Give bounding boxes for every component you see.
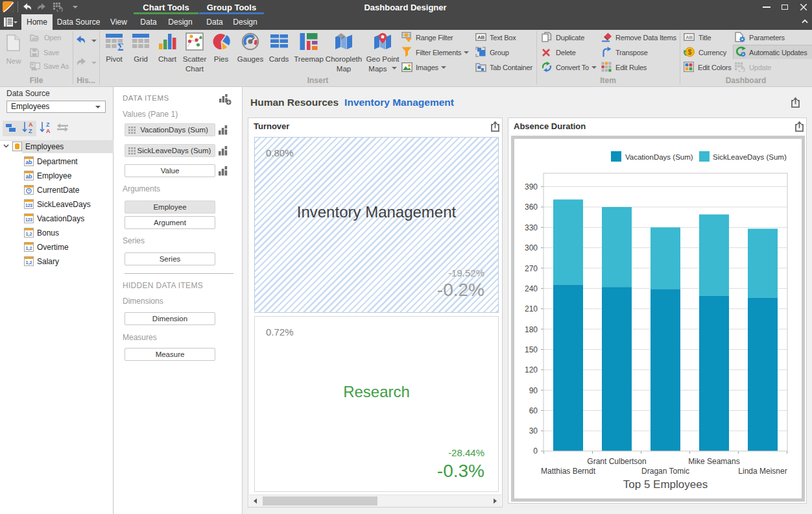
- svg-text:Dragan Tomic: Dragan Tomic: [641, 467, 689, 476]
- svg-text:270: 270: [525, 264, 538, 273]
- svg-text:210: 210: [525, 304, 538, 313]
- svg-text:330: 330: [525, 223, 538, 232]
- svg-text:$: $: [688, 49, 692, 56]
- svg-text:Top 5 Employees: Top 5 Employees: [623, 478, 708, 491]
- svg-text:123: 123: [25, 217, 32, 222]
- svg-text:Matthias Berndt: Matthias Berndt: [541, 467, 596, 476]
- svg-text:1,2: 1,2: [26, 231, 32, 237]
- svg-text:AB: AB: [477, 34, 485, 40]
- svg-text:Linda Meisner: Linda Meisner: [738, 467, 787, 476]
- svg-text:150: 150: [525, 345, 538, 354]
- svg-text:30: 30: [529, 426, 538, 435]
- svg-text:0: 0: [533, 447, 538, 456]
- svg-text:360: 360: [525, 202, 538, 212]
- svg-text:Mike Seamans: Mike Seamans: [688, 457, 739, 466]
- svg-text:Z: Z: [29, 128, 32, 134]
- svg-text:120: 120: [525, 365, 538, 374]
- svg-text:SickLeaveDays (Sum): SickLeaveDays (Sum): [713, 153, 787, 161]
- svg-text:1,2: 1,2: [26, 245, 32, 251]
- svg-text:VacationDays (Sum): VacationDays (Sum): [625, 153, 693, 161]
- svg-text:60: 60: [529, 406, 538, 415]
- svg-text:180: 180: [525, 325, 538, 334]
- svg-text:390: 390: [525, 182, 538, 191]
- svg-text:Z: Z: [46, 121, 50, 128]
- svg-text:A: A: [46, 128, 51, 134]
- svg-text:1,2: 1,2: [26, 260, 32, 265]
- svg-text:A: A: [29, 121, 33, 128]
- svg-text:Grant Culbertson: Grant Culbertson: [587, 457, 646, 466]
- svg-text:ab: ab: [26, 159, 32, 165]
- svg-text:240: 240: [525, 284, 538, 293]
- svg-text:300: 300: [525, 243, 538, 252]
- svg-text:ab: ab: [26, 173, 32, 180]
- svg-text:123: 123: [25, 203, 32, 208]
- svg-text:90: 90: [529, 386, 538, 395]
- svg-text:AB: AB: [686, 34, 693, 40]
